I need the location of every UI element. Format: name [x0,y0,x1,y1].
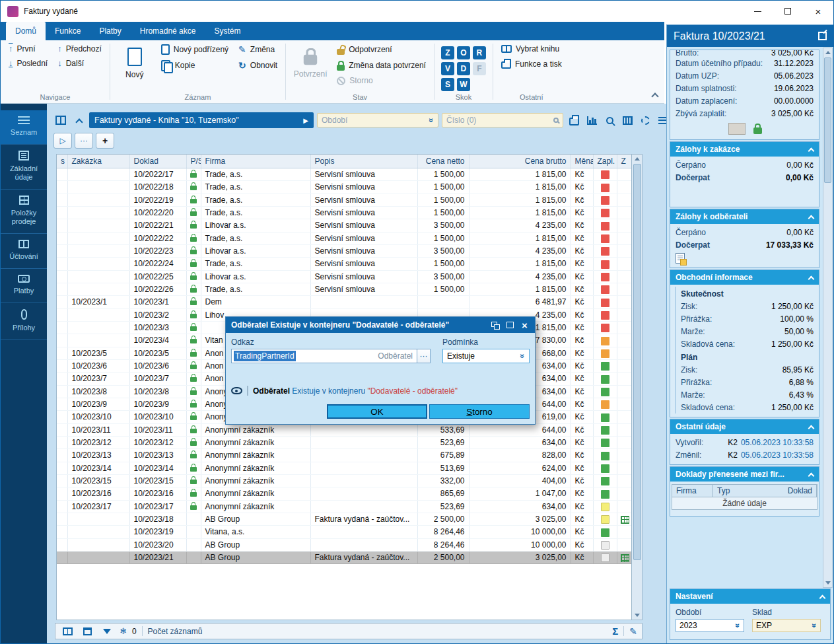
table-row[interactable]: 10/2023/19 Vitana, a.s. 8 264,46 10 000,… [57,526,632,538]
table-row[interactable]: 10/2023/14 10/2023/14 Anonymní zákazník … [57,462,632,474]
run-button[interactable]: ▷ [53,133,72,149]
number-search-input[interactable]: Číslo (0) [442,113,563,127]
select-book-button[interactable]: Vybrat knihu [497,42,566,55]
col-z[interactable]: Z [617,155,632,168]
table-row[interactable]: 10/2022/23 Lihovar a.s. Servisní smlouva… [57,244,632,257]
table-row[interactable]: 10/2022/24 Trade, a.s. Servisní smlouva … [57,258,632,270]
col-zakazka[interactable]: Zakázka [67,155,129,168]
table-scrollbar[interactable] [632,154,643,620]
new-child-button[interactable]: Nový podřízený [157,42,232,57]
reference-input[interactable]: TradingPartnerId Odběratel [231,349,417,363]
jump-letter-button[interactable]: S [441,78,454,91]
columns-button[interactable] [620,113,635,127]
section-header[interactable]: Doklady přenesené mezi fir... [670,467,819,482]
jump-letter-button[interactable]: D [457,62,470,75]
period-select[interactable]: 2023 » [676,619,744,632]
table-row[interactable]: 10/2023/17 10/2023/17 Anonymní zákazník … [57,500,632,513]
table-row[interactable]: 10/2023/18 AB Group Faktura vydaná - zaú… [57,513,632,525]
previous-button[interactable]: ↑Předchozí [53,42,106,55]
table-row[interactable]: 10/2022/19 Trade, a.s. Servisní smlouva … [57,194,632,206]
col-popis[interactable]: Popis [310,155,417,168]
table-row[interactable]: 10/2023/20 AB Group 8 264,46 10 000,00 K… [57,538,632,551]
ribbon-collapse-button[interactable] [652,92,658,98]
unconfirm-button[interactable]: Odpotvrzení [333,42,430,57]
open-in-window-icon[interactable] [818,32,827,40]
col-firma[interactable]: Firma [201,155,310,168]
col-doklad[interactable]: Doklad [129,155,186,168]
scroll-down-icon[interactable] [823,579,833,587]
col-brutto[interactable]: Cena brutto [469,155,571,168]
sidebar-item[interactable]: Základní údaje [1,145,47,190]
table-row[interactable]: 10/2022/22 Trade, a.s. Servisní smlouva … [57,232,632,244]
change-confirm-date-button[interactable]: Změna data potvrzení [333,58,430,73]
warehouse-select[interactable]: EXP » [752,619,821,632]
table-row[interactable]: 10/2022/17 Trade, a.s. Servisní smlouva … [57,168,632,181]
table-row[interactable]: 10/2022/21 Lihovar a.s. Servisní smlouva… [57,219,632,232]
section-header[interactable]: Zálohy k zakázce [670,142,819,157]
add-button[interactable]: + [96,133,114,149]
sidebar-item[interactable]: Položky prodeje [1,190,47,234]
refresh-button[interactable]: ↻Obnovit [234,58,281,73]
close-icon[interactable]: × [520,321,530,330]
table-row[interactable]: 10/2023/15 10/2023/15 Anonymní zákazník … [57,474,632,487]
table-row[interactable]: 10/2023/13 10/2023/13 Anonymní zákazník … [57,449,632,462]
new-button[interactable]: Nový [114,42,155,85]
ok-button[interactable]: OK [327,404,427,419]
section-header[interactable]: Ostatní údaje [670,419,819,434]
close-button[interactable]: × [803,1,833,22]
scroll-thumb[interactable] [633,164,641,560]
copy-button[interactable]: Kopie [157,58,232,73]
col-netto[interactable]: Cena netto [417,155,469,168]
condition-select[interactable]: Existuje » [442,349,530,363]
scroll-up-icon[interactable] [823,48,833,57]
section-header[interactable]: Obchodní informace [670,270,819,285]
settings-button[interactable] [638,113,652,127]
split-view-button[interactable] [60,624,75,639]
edit-icon[interactable]: ✎ [629,626,637,637]
table-row[interactable]: 10/2022/18 Trade, a.s. Servisní smlouva … [57,181,632,194]
functions-print-button[interactable]: Funkce a tisk [497,57,566,71]
sidebar-item[interactable]: Seznam [1,110,47,145]
float-window-icon[interactable] [491,321,501,330]
period-filter[interactable]: Období » [317,113,438,127]
sidebar-item[interactable]: Platby [1,269,47,303]
sum-icon[interactable]: Σ [612,626,618,637]
section-header[interactable]: Nastavení [670,589,830,604]
jump-letter-button[interactable]: F [473,62,486,75]
change-button[interactable]: ✎Změna [234,42,281,57]
mini-col-header[interactable]: Doklad [784,485,817,497]
minimize-button[interactable] [742,1,773,22]
confirm-button[interactable]: Potvrzení [290,42,331,85]
mini-col-header[interactable]: Typ [713,485,784,497]
scroll-thumb[interactable] [824,57,831,183]
ribbon-tab[interactable]: Domů [6,22,46,40]
sidebar-item[interactable]: Účtování [1,234,47,269]
storno-button[interactable]: Storno [333,74,430,87]
jump-letter-button[interactable]: Z [441,46,454,59]
section-header[interactable]: Zálohy k odběrateli [670,209,819,224]
ribbon-tab[interactable]: Funkce [46,22,90,40]
more-button[interactable]: ··· [75,133,93,149]
first-button[interactable]: ↑První [5,42,52,55]
col-s[interactable]: s [57,155,67,168]
table-row[interactable]: 10/2023/16 10/2023/16 Anonymní zákazník … [57,487,632,500]
table-row[interactable]: 10/2023/12 10/2023/12 Anonymní zákazník … [57,436,632,448]
scroll-down-icon[interactable] [633,611,642,620]
last-button[interactable]: ↓Poslední [5,57,52,70]
col-ps[interactable]: P/S [186,155,201,168]
book-title-bar[interactable]: Faktury vydané - Kniha "10, Tuzemsko" ▶ [89,112,314,128]
filter-button[interactable] [100,624,114,639]
maximize-button[interactable] [773,1,803,22]
ribbon-tab[interactable]: Hromadné akce [131,22,205,40]
book-pages-button[interactable] [53,113,68,127]
storno-button[interactable]: Storno [429,404,530,419]
collapse-header-button[interactable] [71,113,86,127]
table-row[interactable]: 10/2023/1 10/2023/1 Dem 6 481,97 Kč [57,296,632,308]
jump-letter-button[interactable]: W [457,78,470,91]
jump-letter-button[interactable]: O [457,46,470,59]
table-row[interactable]: 10/2022/20 Trade, a.s. Servisní smlouva … [57,206,632,219]
note-document-icon[interactable] [676,253,685,264]
find-settings-button[interactable] [602,113,617,127]
ribbon-tab[interactable]: Systém [205,22,250,40]
next-button[interactable]: ↓Další [53,57,106,70]
